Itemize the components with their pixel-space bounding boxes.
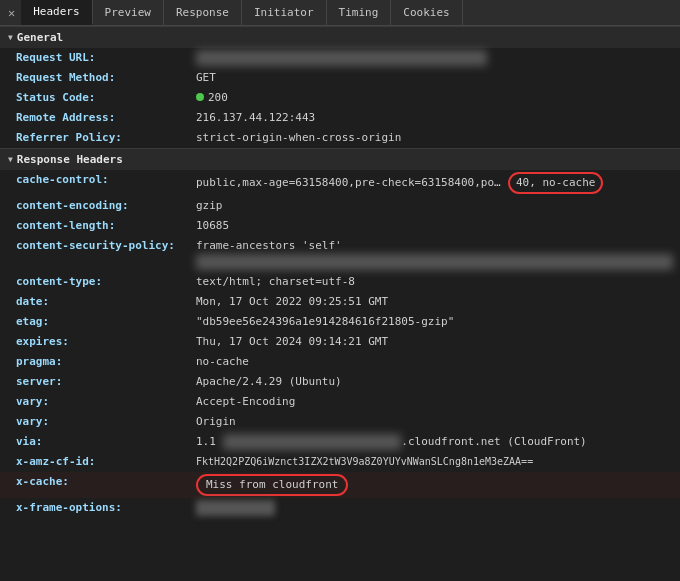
response-headers-section-header[interactable]: ▼ Response Headers (0, 148, 680, 170)
x-cache-oval-highlight: Miss from cloudfront (196, 474, 348, 496)
triangle-icon: ▼ (8, 33, 13, 42)
x-amz-cf-id-row: x-amz-cf-id: FktH2Q2PZQ6iWznct3IZX2tW3V9… (0, 452, 680, 472)
tab-headers[interactable]: Headers (21, 0, 92, 25)
tab-cookies[interactable]: Cookies (391, 0, 462, 25)
status-dot (196, 93, 204, 101)
via-row: via: 1.1 .cloudfront.net (CloudFront) (0, 432, 680, 452)
content-type-row: content-type: text/html; charset=utf-8 (0, 272, 680, 292)
cache-control-row: cache-control: public,max-age=63158400,p… (0, 170, 680, 196)
etag-row: etag: "db59ee56e24396a1e914284616f21805-… (0, 312, 680, 332)
content-encoding-row: content-encoding: gzip (0, 196, 680, 216)
request-url-row: Request URL: (0, 48, 680, 68)
server-row: server: Apache/2.4.29 (Ubuntu) (0, 372, 680, 392)
tab-response[interactable]: Response (164, 0, 242, 25)
triangle-icon-response: ▼ (8, 155, 13, 164)
general-section-header[interactable]: ▼ General (0, 26, 680, 48)
request-method-row: Request Method: GET (0, 68, 680, 88)
remote-address-row: Remote Address: 216.137.44.122:443 (0, 108, 680, 128)
content-length-row: content-length: 10685 (0, 216, 680, 236)
vary-accept-row: vary: Accept-Encoding (0, 392, 680, 412)
close-icon[interactable]: ✕ (2, 0, 21, 25)
tab-preview[interactable]: Preview (93, 0, 164, 25)
x-cache-row: x-cache: Miss from cloudfront (0, 472, 680, 498)
pragma-row: pragma: no-cache (0, 352, 680, 372)
tab-bar: ✕ Headers Preview Response Initiator Tim… (0, 0, 680, 26)
content-security-policy-row: content-security-policy: frame-ancestors… (0, 236, 680, 272)
tab-initiator[interactable]: Initiator (242, 0, 327, 25)
tab-timing[interactable]: Timing (327, 0, 392, 25)
referrer-policy-row: Referrer Policy: strict-origin-when-cros… (0, 128, 680, 148)
x-frame-options-row: x-frame-options: (0, 498, 680, 518)
status-code-row: Status Code: 200 (0, 88, 680, 108)
content-area: ▼ General Request URL: Request Method: G… (0, 26, 680, 581)
date-row: date: Mon, 17 Oct 2022 09:25:51 GMT (0, 292, 680, 312)
cache-control-oval-highlight: 40, no-cache (508, 172, 603, 194)
vary-origin-row: vary: Origin (0, 412, 680, 432)
expires-row: expires: Thu, 17 Oct 2024 09:14:21 GMT (0, 332, 680, 352)
